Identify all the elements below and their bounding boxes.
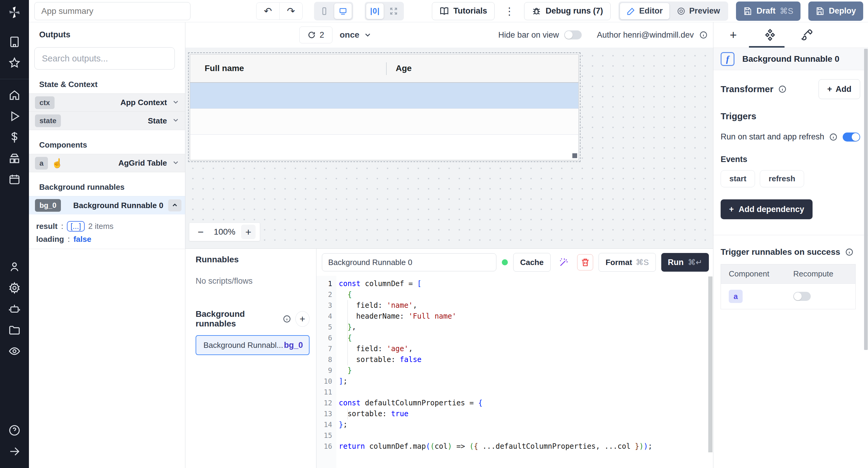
runs-icon[interactable] [0,106,29,127]
code-line[interactable]: } [339,365,352,376]
settings-gear-icon[interactable] [0,277,29,298]
column-header-age[interactable]: Age [386,64,412,73]
code-line[interactable]: sortable: false [339,354,422,365]
windmill-logo[interactable] [7,5,22,21]
aggrid-table[interactable]: Full name Age [190,54,579,160]
background-runnable-list-item[interactable]: Background Runnabl... bg_0 [195,335,310,355]
more-menu-button[interactable]: ⋮ [502,5,516,17]
users-icon[interactable] [0,256,29,277]
chevron-down-icon[interactable] [172,159,180,168]
code-content[interactable]: const columnDef = [ { field: 'name', hea… [339,276,707,468]
chevron-down-icon[interactable] [172,98,180,107]
hide-bar-toggle[interactable] [564,30,582,39]
schedules-icon[interactable] [0,169,29,190]
workers-robot-icon[interactable] [0,298,29,320]
code-line[interactable]: sortable: true [339,408,408,419]
indent-guide [347,300,348,365]
refresh-count-button[interactable]: 2 [299,27,333,43]
table-row[interactable] [190,135,578,160]
refresh-count: 2 [319,30,324,40]
draft-button[interactable]: Draft ⌘S [736,1,801,21]
top-toolbar: ↶ ↷ |0| Tutorials ⋮ Debug runs (7) [29,0,868,22]
zoom-out-button[interactable]: − [193,225,208,239]
info-icon[interactable] [283,315,291,323]
info-icon[interactable] [699,31,708,39]
info-icon[interactable] [829,133,838,141]
recompute-toggle[interactable] [793,292,811,301]
undo-button[interactable]: ↶ [256,3,279,20]
full-width-button[interactable] [385,3,402,19]
code-line[interactable]: const defaultColumnProperties = { [339,398,483,408]
variables-icon[interactable] [0,127,29,148]
info-icon[interactable] [845,248,854,256]
code-line[interactable]: ]; [339,376,347,387]
zoom-in-button[interactable]: + [241,225,255,239]
table-row-selected[interactable] [190,83,578,109]
deploy-button[interactable]: Deploy [808,1,863,21]
center-content-button[interactable]: |0| [366,3,384,19]
save-icon [743,7,752,16]
add-transformer-button[interactable]: + Add [818,79,860,99]
code-line[interactable]: field: 'age', [339,343,413,354]
tutorials-button[interactable]: Tutorials [432,2,495,20]
component-a-badge[interactable]: a [729,290,743,303]
table-row[interactable] [190,109,578,135]
table-resize-handle[interactable] [572,153,577,158]
preview-tab[interactable]: Preview [670,3,727,19]
apps-icon[interactable] [0,31,29,53]
code-line[interactable]: field: 'name', [339,300,417,311]
code-line[interactable]: { [339,289,352,300]
event-chip-refresh[interactable]: refresh [760,170,804,187]
settings-tab[interactable] [764,28,777,41]
component-row-a[interactable]: a ☝ AgGrid Table [29,154,185,172]
favorites-star-icon[interactable] [0,53,29,73]
add-background-runnable-button[interactable]: + [296,311,310,327]
column-separator[interactable] [386,62,387,75]
result-array-chip[interactable]: [...] [67,221,85,232]
code-line[interactable]: headerName: 'Full name' [339,311,456,322]
code-line[interactable]: }; [339,419,347,430]
format-button[interactable]: Format ⌘S [598,253,655,272]
delete-runnable-button[interactable] [577,254,593,270]
run-on-start-toggle[interactable] [843,133,860,141]
chevron-up-icon[interactable] [168,199,181,211]
code-editor[interactable]: 12345678910111213141516 const columnDef … [316,276,713,468]
folders-icon[interactable] [0,320,29,341]
resources-icon[interactable] [0,148,29,169]
home-icon[interactable] [0,85,29,106]
mobile-view-button[interactable] [315,3,333,19]
code-line[interactable]: { [339,332,352,343]
expand-sidebar-icon[interactable] [0,441,29,462]
ai-wand-button[interactable] [556,254,572,270]
output-row-state[interactable]: state State [29,112,185,130]
styling-tab[interactable] [800,28,813,41]
insert-component-tab[interactable]: + [727,28,740,41]
app-summary-input[interactable] [34,2,190,20]
panel-scrollbar[interactable] [864,49,868,350]
editor-tab[interactable]: Editor [620,3,670,19]
debug-runs-button[interactable]: Debug runs (7) [524,2,611,20]
audit-eye-icon[interactable] [0,341,29,362]
desktop-view-button[interactable] [334,3,352,19]
add-dependency-button[interactable]: + Add dependency [721,199,812,219]
app-canvas[interactable]: Full name Age − 100% + [185,47,713,249]
run-button[interactable]: Run ⌘↵ [661,253,709,272]
help-icon[interactable] [0,420,29,441]
redo-button[interactable]: ↷ [279,3,302,20]
code-line[interactable]: return columnDef.map((col) => ({ ...defa… [339,441,652,452]
selected-table-component[interactable]: Full name Age [188,53,581,162]
refresh-mode-select[interactable]: once [340,27,372,43]
cache-button[interactable]: Cache [513,253,551,272]
column-header-full-name[interactable]: Full name [190,64,386,73]
output-row-ctx[interactable]: ctx App Context [29,93,185,112]
runnable-name-input[interactable] [322,253,496,271]
search-outputs-input[interactable] [34,47,175,70]
background-runnable-row[interactable]: bg_0 Background Runnable 0 [29,196,185,214]
line-number: 15 [320,430,332,441]
code-line[interactable]: const columnDef = [ [339,278,422,289]
event-chip-start[interactable]: start [721,170,755,187]
chevron-down-icon[interactable] [172,116,180,125]
outputs-title: Outputs [39,30,175,39]
info-icon[interactable] [778,85,786,93]
editor-scrollbar[interactable] [708,276,712,452]
